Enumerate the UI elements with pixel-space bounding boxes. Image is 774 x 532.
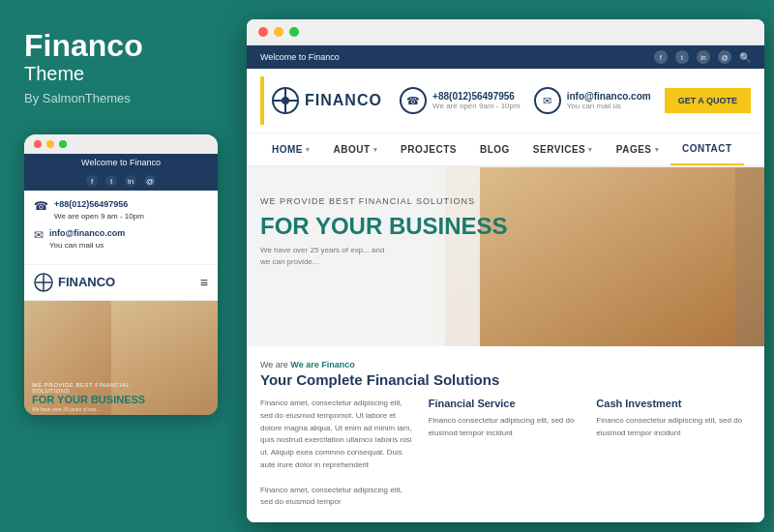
services-chevron: ▾ <box>588 146 593 154</box>
hero-text-area: WE PROVIDE BEST FINANCIAL SOLUTIONS FOR … <box>260 196 508 268</box>
content-intro: We are We are Financo Your Complete Fina… <box>260 360 751 388</box>
cash-investment-text: Financo consectetur adipiscing elit, sed… <box>596 415 751 440</box>
dot-red <box>34 140 42 148</box>
logo-icon <box>34 273 53 292</box>
header-contact: ☎ +88(012)56497956 We are open 9am - 10p… <box>400 87 751 114</box>
content-columns: Financo amet, consectetur adipiscing eli… <box>260 398 751 509</box>
header-logo-text: FINANCO <box>305 92 382 109</box>
header-logo-icon <box>272 87 299 114</box>
email-subtitle: You can mail us <box>567 102 651 110</box>
quote-button[interactable]: GET A QUOTE <box>665 88 751 113</box>
browser-topbar: Welcome to Financo f t in @ 🔍 <box>247 45 764 69</box>
phone-subtitle: We are open 9am - 10pm <box>432 102 521 110</box>
browser-content: We are We are Financo Your Complete Fina… <box>247 346 764 522</box>
pages-chevron: ▾ <box>655 146 660 154</box>
financial-service-text: Financo consectetur adipiscing elit, sed… <box>429 415 583 440</box>
mobile-preview: Welcome to Financo f t in @ ☎ +88(012)56… <box>24 134 218 415</box>
home-chevron: ▾ <box>306 146 311 154</box>
phone-circle-icon: ☎ <box>400 87 427 114</box>
browser-chrome <box>247 19 764 45</box>
mobile-dots <box>24 134 218 154</box>
instagram-icon: in <box>125 175 136 187</box>
dot-yellow <box>46 140 54 148</box>
hero-desc: We have over 25 years of exp... andwe ca… <box>260 245 454 268</box>
left-panel: Financo Theme By SalmonThemes Welcome to… <box>0 0 232 532</box>
mobile-contact-info: ☎ +88(012)56497956 We are open 9 am - 10… <box>24 191 218 265</box>
browser-preview: Welcome to Financo f t in @ 🔍 FINANCO <box>247 19 764 522</box>
cash-investment-col: Cash Investment Financo consectetur adip… <box>596 398 751 509</box>
financial-service-col: Financial Service Financo consectetur ad… <box>429 398 583 509</box>
mobile-logo: FINANCO <box>34 273 115 292</box>
browser-header: FINANCO ☎ +88(012)56497956 We are open 9… <box>247 69 764 133</box>
at-icon: @ <box>144 175 156 187</box>
yellow-accent <box>260 76 264 125</box>
facebook-icon: f <box>86 175 98 187</box>
twitter-nav-icon[interactable]: t <box>675 50 689 64</box>
svg-point-6 <box>282 97 289 104</box>
email-icon: ✉ <box>34 228 44 242</box>
hamburger-icon[interactable]: ≡ <box>200 275 208 290</box>
browser-dot-red[interactable] <box>258 27 268 37</box>
nav-home[interactable]: HOME ▾ <box>260 134 322 164</box>
mobile-email-row: ✉ info@financo.com You can mail us <box>34 227 208 251</box>
nav-pages[interactable]: PAGES ▾ <box>605 134 670 164</box>
search-icon[interactable]: 🔍 <box>739 52 751 63</box>
facebook-nav-icon[interactable]: f <box>654 50 668 64</box>
content-intro-tag: We are We are Financo <box>260 360 751 369</box>
brand-subtitle: Theme <box>24 63 208 85</box>
email-contact-item: ✉ info@financo.com You can mail us <box>534 87 651 114</box>
nav-projects[interactable]: PROJECTS <box>389 134 468 164</box>
browser-dot-green[interactable] <box>289 27 299 37</box>
email-address: info@financo.com <box>567 91 651 102</box>
phone-text-block: +88(012)56497956 We are open 9am - 10pm <box>432 91 521 110</box>
topbar-socials: f t in @ 🔍 <box>654 50 751 64</box>
twitter-icon: t <box>105 175 117 187</box>
mobile-phone-text: +88(012)56497956 We are open 9 am - 10pm <box>54 198 144 222</box>
header-logo: FINANCO <box>272 87 382 114</box>
dot-green <box>59 140 67 148</box>
nav-contact[interactable]: CONTACT <box>670 133 744 165</box>
browser-hero: WE PROVIDE BEST FINANCIAL SOLUTIONS FOR … <box>247 167 764 346</box>
about-chevron: ▾ <box>373 146 378 154</box>
hero-main-text: FOR YOUR BUSINESS <box>260 214 508 239</box>
topbar-welcome: Welcome to Financo <box>260 52 340 62</box>
cash-investment-title: Cash Investment <box>596 398 751 409</box>
nav-blog[interactable]: BLOG <box>468 134 521 164</box>
phone-contact-item: ☎ +88(012)56497956 We are open 9am - 10p… <box>400 87 521 114</box>
content-intro-title: Your Complete Financial Solutions <box>260 371 751 388</box>
brand-name: Financo <box>24 29 208 63</box>
phone-number: +88(012)56497956 <box>432 91 521 102</box>
brand-by: By SalmonThemes <box>24 91 208 105</box>
at-nav-icon[interactable]: @ <box>718 50 731 64</box>
mobile-hero: WE PROVIDE BEST FINANCIAL SOLUTIONS FOR … <box>24 301 218 415</box>
mobile-logo-bar: FINANCO ≡ <box>24 265 218 301</box>
financial-service-title: Financial Service <box>429 398 583 409</box>
email-circle-icon: ✉ <box>534 87 561 114</box>
hero-subtext: WE PROVIDE BEST FINANCIAL SOLUTIONS <box>260 196 508 206</box>
content-main-text: Financo amet, consectetur adipiscing eli… <box>260 398 415 509</box>
phone-icon: ☎ <box>34 199 48 213</box>
nav-services[interactable]: SERVICES ▾ <box>521 134 605 164</box>
browser-nav: HOME ▾ ABOUT ▾ PROJECTS BLOG SERVICES ▾ … <box>247 133 764 167</box>
nav-about[interactable]: ABOUT ▾ <box>322 134 390 164</box>
mobile-phone-row: ☎ +88(012)56497956 We are open 9 am - 10… <box>34 198 208 222</box>
mobile-social: f t in @ <box>24 171 218 191</box>
header-logo-wrapper: FINANCO <box>260 76 382 125</box>
email-text-block: info@financo.com You can mail us <box>567 91 651 110</box>
instagram-nav-icon[interactable]: in <box>697 50 710 64</box>
mobile-hero-text: WE PROVIDE BEST FINANCIAL SOLUTIONS FOR … <box>32 382 145 412</box>
browser-dot-yellow[interactable] <box>274 27 283 37</box>
mobile-email-text: info@financo.com You can mail us <box>49 227 125 251</box>
mobile-topbar: Welcome to Financo <box>24 154 218 171</box>
